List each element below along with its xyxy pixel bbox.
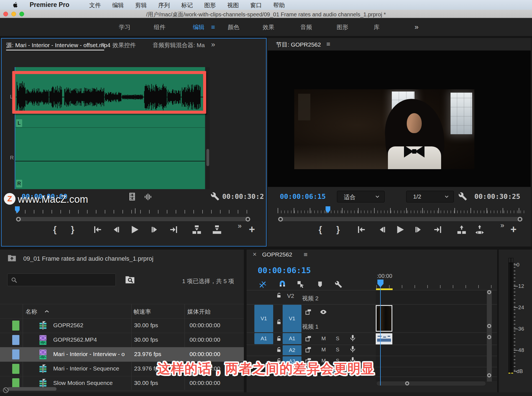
track-resize-handle[interactable] <box>487 324 491 328</box>
source-patch-v1[interactable]: V1 <box>254 305 273 332</box>
mark-out-button[interactable]: } <box>67 224 78 236</box>
source-button-editor-icon[interactable]: + <box>249 224 255 235</box>
sync-lock-icon[interactable] <box>305 308 312 316</box>
lock-icon[interactable] <box>276 292 282 298</box>
label-color-chip[interactable] <box>12 335 19 345</box>
workspace-tab-libraries[interactable]: 库 <box>374 18 380 36</box>
menu-help[interactable]: 帮助 <box>273 1 285 9</box>
tab-source-monitor[interactable]: 源: Mari - Interior - Interview - offset.… <box>6 41 111 49</box>
playback-resolution-dropdown[interactable]: 1/2 <box>406 191 454 202</box>
menu-window[interactable]: 窗口 <box>250 1 262 9</box>
menu-graphics[interactable]: 图形 <box>204 1 216 9</box>
tab-program-monitor[interactable]: 节目: GOPR2562 <box>276 41 321 49</box>
extract-button[interactable] <box>474 224 485 236</box>
workspace-tab-color[interactable]: 颜色 <box>228 18 239 36</box>
step-back-button[interactable] <box>111 224 122 236</box>
menu-file[interactable]: 文件 <box>89 1 101 9</box>
source-zoom-handle-left[interactable] <box>16 217 21 222</box>
timeline-panel-menu-icon[interactable]: ≡ <box>304 251 308 258</box>
menu-markers[interactable]: 标记 <box>181 1 193 9</box>
program-go-to-in-button[interactable] <box>356 224 367 236</box>
track-resize-handle[interactable] <box>487 335 491 339</box>
mic-icon[interactable] <box>349 345 356 353</box>
step-forward-button[interactable] <box>149 224 160 236</box>
source-time-ruler[interactable] <box>16 210 250 214</box>
menu-clip[interactable]: 剪辑 <box>135 1 147 9</box>
app-menu[interactable]: Premiere Pro <box>30 1 69 9</box>
mark-in-button[interactable]: { <box>49 224 60 236</box>
export-frame-icon[interactable] <box>128 192 136 201</box>
timeline-ruler[interactable] <box>376 285 497 288</box>
navigate-up-folder-icon[interactable] <box>7 253 17 263</box>
overwrite-button[interactable] <box>211 224 222 236</box>
table-row-selected[interactable]: Mari - Interior - Interview - o 23.976 f… <box>0 347 244 362</box>
track-resize-handle[interactable] <box>487 290 491 294</box>
project-horizontal-scrollbar[interactable] <box>7 387 57 391</box>
program-zoom-handle-left[interactable] <box>278 217 283 222</box>
tab-audio-clip-mixer[interactable]: 音频剪辑混合器: Ma <box>153 41 205 49</box>
sync-lock-icon[interactable] <box>305 346 312 353</box>
source-patch-a1[interactable]: A1 <box>254 333 273 344</box>
lock-icon[interactable] <box>276 336 282 342</box>
source-panel-menu-icon[interactable]: ≡ <box>101 41 105 49</box>
track-v1-name[interactable]: 视频 1 <box>302 323 319 331</box>
program-step-back-button[interactable] <box>377 224 388 236</box>
source-zoom-scrollbar[interactable] <box>16 217 250 222</box>
program-settings-wrench-icon[interactable] <box>458 192 467 201</box>
workspace-tab-editing[interactable]: 编辑 <box>193 18 204 36</box>
timeline-current-timecode[interactable]: 00:00:06:15 <box>258 266 311 275</box>
workspace-tab-assembly[interactable]: 组件 <box>154 18 165 36</box>
project-breadcrumb[interactable]: 09_01 Frame rates and audio channels_1.p… <box>23 255 154 262</box>
track-a2-selector[interactable]: A2 <box>283 345 301 355</box>
table-row[interactable]: GOPR2562 30.00 fps 00:00:00:00 <box>0 318 244 333</box>
program-go-to-out-button[interactable] <box>432 224 443 236</box>
program-current-timecode[interactable]: 00:00:06:15 <box>280 192 326 200</box>
play-button[interactable] <box>129 224 140 236</box>
workspace-overflow-icon[interactable]: » <box>415 18 418 36</box>
insert-button[interactable] <box>191 224 202 236</box>
project-search-input[interactable] <box>7 273 116 286</box>
column-header-media-start[interactable]: 媒体开始 <box>187 308 211 316</box>
fit-dropdown[interactable]: 适合 <box>337 191 385 202</box>
mute-button-a1[interactable]: M <box>321 336 326 342</box>
audio-clip[interactable] <box>376 333 392 344</box>
track-output-eye-icon[interactable] <box>319 308 328 316</box>
divider[interactable] <box>0 247 532 250</box>
track-a1-selector[interactable]: A1 <box>283 333 301 344</box>
program-mark-in-button[interactable]: { <box>315 224 326 236</box>
timeline-scroll-handle[interactable] <box>405 381 409 385</box>
source-zoom-handle-right[interactable] <box>245 217 250 222</box>
sync-lock-icon[interactable] <box>305 335 312 342</box>
apple-menu[interactable] <box>12 2 19 8</box>
timeline-settings-wrench-icon[interactable] <box>335 281 342 288</box>
program-panel-menu-icon[interactable]: ≡ <box>326 40 330 48</box>
timeline-tab[interactable]: GOPR2562 <box>262 251 292 258</box>
label-color-chip[interactable] <box>12 349 19 359</box>
source-more-buttons-icon[interactable]: » <box>238 222 242 230</box>
item-name[interactable]: GOPR2562.MP4 <box>53 336 97 343</box>
waveform-scrollbar-thumb[interactable] <box>206 149 209 166</box>
mute-button-a2[interactable]: M <box>321 347 326 353</box>
waveform-scrollbar-track[interactable] <box>206 67 210 189</box>
label-color-chip[interactable] <box>12 378 19 388</box>
timeline-horizontal-scrollbar[interactable] <box>376 381 486 386</box>
go-to-out-button[interactable] <box>168 224 179 236</box>
track-v2-selector[interactable]: V2 <box>287 293 294 299</box>
program-mark-out-button[interactable]: } <box>332 224 344 236</box>
program-button-editor-icon[interactable]: + <box>510 224 516 235</box>
program-step-forward-button[interactable] <box>413 224 424 236</box>
solo-button-a2[interactable]: S <box>336 347 339 353</box>
workspace-tab-learning[interactable]: 学习 <box>119 18 131 36</box>
nest-sequence-icon[interactable] <box>259 281 267 288</box>
program-play-button[interactable] <box>395 224 406 236</box>
menu-sequence[interactable]: 序列 <box>158 1 170 9</box>
solo-button-a1[interactable]: S <box>336 336 339 342</box>
program-zoom-handle-right[interactable] <box>518 217 522 222</box>
mic-icon[interactable] <box>349 334 356 342</box>
snap-magnet-icon[interactable] <box>278 280 287 288</box>
table-row[interactable]: GOPR2562.MP4 30.00 fps 00:00:00:00 <box>0 333 244 347</box>
item-name[interactable]: GOPR2562 <box>53 322 83 329</box>
lock-icon[interactable] <box>276 319 282 325</box>
source-tabs-overflow-icon[interactable]: » <box>211 40 215 49</box>
lift-button[interactable] <box>456 224 467 236</box>
